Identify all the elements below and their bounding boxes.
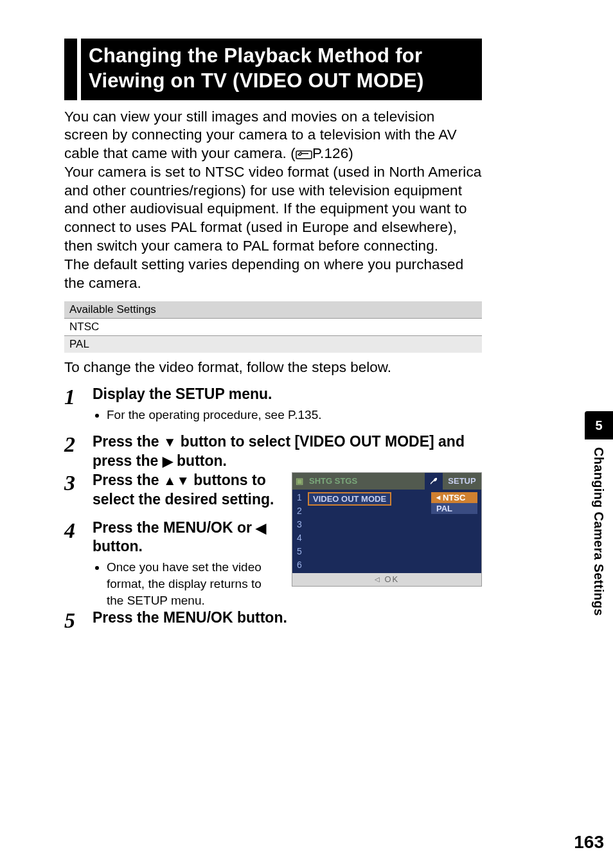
intro-text-1a: You can view your still images and movie… bbox=[64, 109, 457, 162]
step-2: 2 Press the button to select [VIDEO OUT … bbox=[64, 432, 482, 471]
screenshot-tab-setup: SETUP bbox=[443, 476, 481, 486]
step-4: 4 Press the MENU/OK or button. Once you … bbox=[64, 518, 280, 609]
screenshot-options: NTSC PAL bbox=[431, 492, 477, 514]
screenshot-option: PAL bbox=[431, 503, 477, 514]
step-title-frag: Press the bbox=[93, 472, 163, 488]
screenshot-option-selected: NTSC bbox=[431, 492, 477, 503]
step-title: Display the SETUP menu. bbox=[93, 385, 482, 404]
left-triangle-icon: ◁ bbox=[375, 576, 381, 583]
right-arrow-icon bbox=[163, 453, 173, 470]
chapter-number: 5 bbox=[585, 411, 613, 439]
table-row: NTSC bbox=[64, 319, 482, 336]
reference-hand-icon bbox=[296, 148, 312, 159]
step-number: 5 bbox=[64, 608, 93, 632]
lead-text: To change the video format, follow the s… bbox=[64, 359, 482, 376]
camera-icon: ▣ bbox=[292, 476, 306, 486]
step-number: 1 bbox=[64, 385, 93, 423]
side-tab: 5 Changing Camera Settings bbox=[585, 411, 613, 658]
down-arrow-icon bbox=[176, 472, 189, 490]
screenshot-footer: ◁ OK bbox=[292, 573, 481, 586]
section-title: Changing the Playback Method for Viewing… bbox=[81, 39, 482, 100]
intro-text-1b: ) bbox=[348, 145, 353, 161]
table-row: PAL bbox=[64, 336, 482, 353]
step-1: 1 Display the SETUP menu. For the operat… bbox=[64, 385, 482, 423]
left-arrow-icon bbox=[256, 520, 266, 537]
wrench-icon bbox=[425, 473, 443, 490]
steps-list: 1 Display the SETUP menu. For the operat… bbox=[64, 385, 482, 632]
screenshot-num: 1 bbox=[297, 491, 302, 504]
screenshot-selected-item: VIDEO OUT MODE bbox=[308, 492, 391, 506]
chapter-label: Changing Camera Settings bbox=[585, 439, 612, 658]
step-5: 5 Press the MENU/OK button. bbox=[64, 608, 482, 632]
screenshot-num: 2 bbox=[297, 504, 302, 518]
screenshot-num: 6 bbox=[297, 558, 302, 572]
step-title-frag: Press the MENU/OK or bbox=[93, 519, 256, 536]
step-number: 2 bbox=[64, 432, 93, 471]
screenshot-row-numbers: 1 2 3 4 5 6 bbox=[292, 490, 306, 573]
step-subtext: Once you have set the video format, the … bbox=[107, 559, 280, 608]
screenshot-num: 3 bbox=[297, 518, 302, 531]
screenshot-num: 4 bbox=[297, 531, 302, 545]
screenshot-tab-shtg: SHTG STGS bbox=[306, 476, 425, 486]
down-arrow-icon bbox=[163, 434, 176, 451]
table-header: Available Settings bbox=[64, 301, 482, 319]
step-subtext: For the operating procedure, see P.135. bbox=[107, 407, 482, 423]
screenshot-footer-text: OK bbox=[384, 574, 399, 584]
step-title: Press the MENU/OK button. bbox=[93, 608, 482, 628]
section-title-block: Changing the Playback Method for Viewing… bbox=[64, 39, 482, 100]
intro-text-2: Your camera is set to NTSC video format … bbox=[64, 164, 481, 254]
step-title-frag: Press the bbox=[93, 433, 163, 450]
intro-text-3: The default setting varies depending on … bbox=[64, 256, 463, 291]
screenshot-num: 5 bbox=[297, 545, 302, 558]
intro-ref: P.126 bbox=[312, 145, 348, 161]
available-settings-table: Available Settings NTSC PAL bbox=[64, 301, 482, 353]
step-title-frag: button. bbox=[93, 538, 143, 554]
up-arrow-icon bbox=[163, 472, 176, 490]
step-number: 4 bbox=[64, 518, 93, 609]
page-number: 163 bbox=[574, 832, 604, 853]
step-title: Press the buttons to select the desired … bbox=[93, 471, 280, 509]
step-title: Press the button to select [VIDEO OUT MO… bbox=[93, 432, 482, 471]
intro-paragraphs: You can view your still images and movie… bbox=[64, 108, 482, 293]
step-title-frag: button. bbox=[173, 452, 227, 469]
title-marker bbox=[64, 39, 77, 100]
screenshot-option-label: NTSC bbox=[443, 493, 465, 502]
camera-menu-screenshot: ▣ SHTG STGS SETUP 1 2 3 4 5 6 bbox=[292, 472, 482, 587]
step-3: 3 Press the buttons to select the desire… bbox=[64, 471, 280, 509]
step-number: 3 bbox=[64, 471, 93, 509]
step-title: Press the MENU/OK or button. bbox=[93, 518, 280, 557]
